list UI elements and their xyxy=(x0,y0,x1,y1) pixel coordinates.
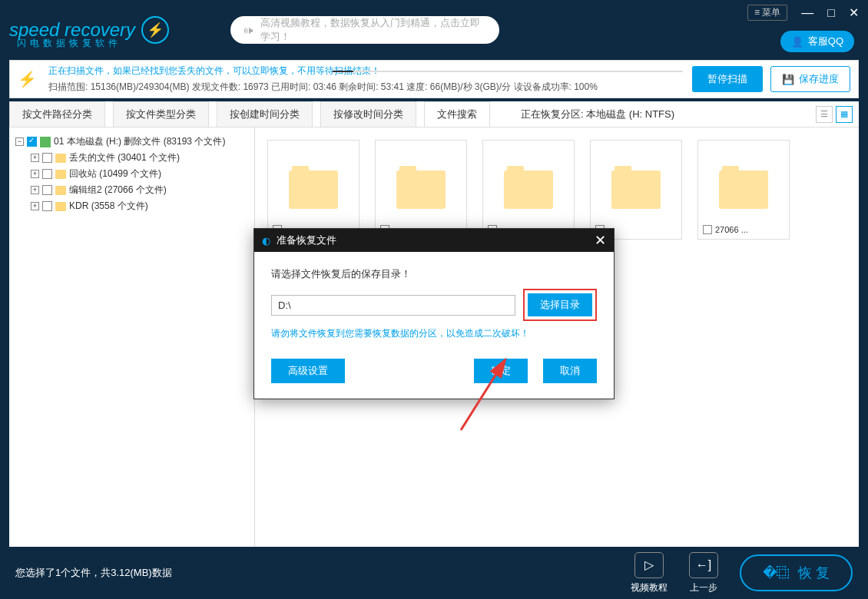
folder-icon xyxy=(55,202,66,211)
tree-checkbox[interactable] xyxy=(42,153,52,163)
recover-button[interactable]: �⿻ 恢 复 xyxy=(740,554,853,591)
maximize-button[interactable]: □ xyxy=(827,6,835,20)
dialog-titlebar[interactable]: ◐ 准备恢复文件 ✕ xyxy=(254,229,614,252)
play-icon: ▷ xyxy=(634,552,664,578)
app-icon: ◐ xyxy=(262,235,270,247)
folder-icon xyxy=(396,170,446,209)
tab-file-search[interactable]: 文件搜索 xyxy=(424,101,490,127)
tree-checkbox[interactable] xyxy=(42,169,52,179)
disk-icon xyxy=(40,137,51,147)
tab-by-type[interactable]: 按文件类型分类 xyxy=(113,101,209,127)
support-button[interactable]: 👤 客服QQ xyxy=(780,31,854,52)
back-icon: ←] xyxy=(689,552,718,578)
cancel-button[interactable]: 取消 xyxy=(543,359,597,383)
bottom-bar: 您选择了1个文件，共3.12(MB)数据 ▷ 视频教程 ←] 上一步 �⿻ 恢 … xyxy=(0,547,868,599)
save-progress-button[interactable]: 💾保存进度 xyxy=(770,66,850,92)
file-item[interactable]: 27066 ... xyxy=(697,140,790,240)
tree-checkbox[interactable] xyxy=(42,201,52,211)
file-item[interactable] xyxy=(375,140,467,240)
save-path-input[interactable] xyxy=(271,295,515,316)
menu-button[interactable]: ≡ 菜单 xyxy=(747,5,787,21)
file-checkbox[interactable] xyxy=(703,225,712,234)
filter-tabs: 按文件路径分类 按文件类型分类 按创建时间分类 按修改时间分类 文件搜索 正在恢… xyxy=(9,101,859,127)
tree-node-recycle[interactable]: + 回收站 (10499 个文件) xyxy=(15,166,248,182)
expand-icon[interactable]: + xyxy=(31,154,39,162)
selection-status: 您选择了1个文件，共3.12(MB)数据 xyxy=(15,566,172,580)
scan-icon: ⚡ xyxy=(18,70,39,88)
logo-subtitle: 闪电数据恢复软件 xyxy=(17,37,121,50)
folder-icon xyxy=(504,170,553,209)
folder-icon xyxy=(289,170,338,209)
scan-info: 正在扫描文件，如果已经找到您丢失的文件，可以立即恢复，不用等待扫描结束！ 扫描范… xyxy=(48,65,683,94)
dialog-title: 准备恢复文件 xyxy=(277,233,336,247)
tree-checkbox[interactable] xyxy=(42,185,52,195)
tree-checkbox[interactable] xyxy=(27,137,37,147)
scan-stats: 扫描范围: 15136(MB)/249304(MB) 发现文件数: 16973 … xyxy=(48,81,683,94)
highlight-box: 选择目录 xyxy=(523,289,597,321)
tab-by-path[interactable]: 按文件路径分类 xyxy=(9,101,105,127)
collapse-icon[interactable]: − xyxy=(15,137,24,146)
tutorial-text: 高清视频教程，数据恢复从入门到精通，点击立即学习！ xyxy=(260,16,487,44)
ok-button[interactable]: 确定 xyxy=(474,359,528,383)
partition-label: 正在恢复分区: 本地磁盘 (H: NTFS) xyxy=(521,108,674,121)
close-button[interactable]: ✕ xyxy=(849,5,859,20)
save-icon: 💾 xyxy=(782,74,794,85)
folder-icon xyxy=(55,186,66,195)
recover-icon: �⿻ xyxy=(763,564,790,581)
minimize-button[interactable]: — xyxy=(801,6,813,20)
folder-icon xyxy=(719,170,768,209)
scan-status-panel: ⚡ 正在扫描文件，如果已经找到您丢失的文件，可以立即恢复，不用等待扫描结束！ 扫… xyxy=(9,60,859,98)
tree-node-lost[interactable]: + 丢失的文件 (30401 个文件) xyxy=(15,150,248,166)
file-item[interactable] xyxy=(590,140,682,240)
window-controls: ≡ 菜单 — □ ✕ xyxy=(747,5,859,21)
file-item[interactable] xyxy=(267,140,359,240)
qq-icon: 👤 xyxy=(791,36,803,48)
hamburger-icon: ≡ xyxy=(754,7,760,18)
expand-icon[interactable]: + xyxy=(31,170,39,178)
pause-scan-button[interactable]: 暂停扫描 xyxy=(692,66,763,92)
folder-icon xyxy=(611,170,661,209)
tree-root[interactable]: − 01 本地磁盘 (H:) 删除文件 (83193 个文件) xyxy=(15,134,248,150)
file-tree: − 01 本地磁盘 (H:) 删除文件 (83193 个文件) + 丢失的文件 … xyxy=(9,127,255,550)
folder-icon xyxy=(55,170,66,179)
expand-icon[interactable]: + xyxy=(31,202,39,210)
tree-node-kdr[interactable]: + KDR (3558 个文件) xyxy=(15,198,248,214)
expand-icon[interactable]: + xyxy=(31,186,39,194)
tree-node-edit2[interactable]: + 编辑组2 (27066 个文件) xyxy=(15,182,248,198)
select-directory-button[interactable]: 选择目录 xyxy=(528,293,592,316)
dialog-close-button[interactable]: ✕ xyxy=(595,232,606,249)
advanced-settings-button[interactable]: 高级设置 xyxy=(271,359,345,383)
recovery-dialog: ◐ 准备恢复文件 ✕ 请选择文件恢复后的保存目录！ 选择目录 请勿将文件恢复到您… xyxy=(253,228,615,399)
video-tutorial-button[interactable]: ▷ 视频教程 xyxy=(631,552,668,594)
tutorial-link[interactable]: 🕪 高清视频教程，数据恢复从入门到精通，点击立即学习！ xyxy=(230,16,499,44)
dialog-warning: 请勿将文件恢复到您需要恢复数据的分区，以免造成二次破坏！ xyxy=(271,327,597,340)
app-header: speed recovery ⚡ 闪电数据恢复软件 🕪 高清视频教程，数据恢复从… xyxy=(0,0,868,60)
tab-by-create-time[interactable]: 按创建时间分类 xyxy=(217,101,313,127)
scan-progress-bar xyxy=(333,71,683,72)
dialog-prompt: 请选择文件恢复后的保存目录！ xyxy=(271,267,597,281)
bolt-icon: ⚡ xyxy=(141,16,169,44)
folder-icon xyxy=(55,154,66,163)
list-view-button[interactable]: ☰ xyxy=(816,106,833,123)
file-item[interactable] xyxy=(482,140,575,240)
scan-message: 正在扫描文件，如果已经找到您丢失的文件，可以立即恢复，不用等待扫描结束！ xyxy=(48,65,683,78)
speaker-icon: 🕪 xyxy=(243,25,253,36)
back-button[interactable]: ←] 上一步 xyxy=(689,552,718,594)
grid-view-button[interactable]: ▦ xyxy=(836,106,853,123)
tab-by-modify-time[interactable]: 按修改时间分类 xyxy=(320,101,416,127)
